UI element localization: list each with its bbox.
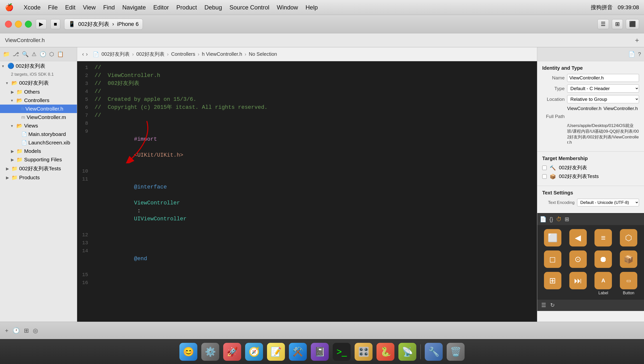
minimize-button[interactable] <box>15 21 22 28</box>
code-line: 12 <box>77 231 537 239</box>
breakpoint-icon[interactable]: ⬡ <box>49 51 54 58</box>
add-file-button[interactable]: + <box>5 327 8 334</box>
clock-icon-tab[interactable]: ⏱ <box>556 216 562 223</box>
git-icon[interactable]: ⎇ <box>13 51 19 58</box>
menu-xcode[interactable]: Xcode <box>24 4 40 11</box>
dock-icon-onenote[interactable]: 📓 <box>311 343 329 361</box>
search-icon[interactable]: 🔍 <box>22 51 28 58</box>
menu-debug[interactable]: Debug <box>204 4 222 11</box>
dock-icon-system-preferences[interactable]: ⚙️ <box>201 343 219 361</box>
obj-item-10[interactable]: ⏭ <box>566 272 590 295</box>
dock-icon-instruments[interactable]: 🎛️ <box>354 343 372 361</box>
dock-icon-filezilla[interactable]: 📡 <box>398 343 416 361</box>
name-input[interactable] <box>567 74 639 82</box>
code-editor[interactable]: 1 // 2 // ViewController.h 3 // 002好友列表 … <box>77 61 537 322</box>
dock-icon-terminal[interactable]: >_ <box>333 343 350 361</box>
add-tab-button[interactable]: + <box>635 36 639 44</box>
forward-button[interactable]: › <box>86 51 88 58</box>
menu-editor[interactable]: Editor <box>153 4 169 11</box>
sidebar-item-launchscreen[interactable]: 📄 LaunchScreen.xib <box>0 138 77 147</box>
run-button[interactable]: ▶ <box>36 19 46 29</box>
menu-file[interactable]: File <box>48 4 58 11</box>
dock-icon-misc[interactable]: 🔧 <box>425 343 443 361</box>
obj-item-4[interactable]: ⬡ <box>617 229 640 248</box>
breadcrumb-item-5[interactable]: No Selection <box>249 51 277 57</box>
debugger-toggle[interactable]: ⬛ <box>626 19 639 29</box>
menu-product[interactable]: Product <box>176 4 197 11</box>
refresh-icon[interactable]: ↻ <box>550 302 555 308</box>
sidebar-item-viewcontroller-h[interactable]: h ViewController.h <box>0 105 77 113</box>
brace-icon-tab[interactable]: {} <box>550 216 553 223</box>
dock-icon-finder[interactable]: 😊 <box>180 343 197 361</box>
target-checkbox-1[interactable] <box>542 166 547 170</box>
inspector-toggle[interactable]: ⊞ <box>612 19 623 29</box>
encoding-select[interactable]: Default - Unicode (UTF-8) <box>577 199 639 206</box>
list-view-icon[interactable]: ☰ <box>541 302 546 308</box>
sidebar-item-views[interactable]: ▾ 📂 Views <box>0 122 77 130</box>
sidebar-item-tests[interactable]: ▶ 📁 002好友列表Tests <box>0 164 77 173</box>
scheme-selector[interactable]: 📱 002好友列表 › iPhone 6 <box>64 19 143 30</box>
dock-icon-pycharm[interactable]: 🐍 <box>376 343 394 361</box>
clock-icon[interactable]: 🕐 <box>40 51 46 58</box>
dock-icon-xcode[interactable]: ⚒️ <box>289 343 307 361</box>
type-select[interactable]: Default - C Header <box>567 84 639 93</box>
obj-item-2[interactable]: ◀ <box>566 229 590 248</box>
dock-icon-notes[interactable]: 📝 <box>267 343 285 361</box>
file-icon-tab[interactable]: 📄 <box>540 216 546 223</box>
navigator-toggle[interactable]: ☰ <box>598 19 609 29</box>
menu-find[interactable]: Find <box>103 4 115 11</box>
breadcrumb-item-2[interactable]: 002好友列表 <box>136 51 164 58</box>
controllers-label: Controllers <box>24 97 50 103</box>
apple-menu[interactable]: 🍎 <box>5 3 14 12</box>
sidebar-item-others[interactable]: ▶ 📁 Others <box>0 88 77 96</box>
sidebar-item-models[interactable]: ▶ 📁 Models <box>0 147 77 155</box>
dock-icon-safari[interactable]: 🧭 <box>245 343 263 361</box>
report-icon[interactable]: 📋 <box>57 51 64 58</box>
code-line: 15 <box>77 271 537 279</box>
back-button[interactable]: ‹ <box>82 51 84 58</box>
sidebar-item-viewcontroller-m[interactable]: m ViewController.m <box>0 113 77 122</box>
sidebar-item-002group[interactable]: ▾ 📂 002好友列表 <box>0 78 77 88</box>
grid-icon[interactable]: ⊞ <box>24 327 29 334</box>
stop-button[interactable]: ■ <box>50 19 60 29</box>
obj-item-6[interactable]: ⊙ <box>566 250 590 269</box>
obj-item-7[interactable]: ⏺ <box>592 250 615 269</box>
obj-item-5[interactable]: ◻ <box>541 250 564 269</box>
dock-icon-launchpad[interactable]: 🚀 <box>223 343 241 361</box>
obj-item-button[interactable]: ▭ Button <box>617 272 640 295</box>
sidebar-item-supporting[interactable]: ▶ 📁 Supporting Files <box>0 155 77 164</box>
disclosure-icon: ▾ <box>11 124 15 128</box>
menu-help[interactable]: Help <box>306 4 318 11</box>
target-checkbox-2[interactable] <box>542 174 547 179</box>
filter-icon[interactable]: ◎ <box>33 327 38 334</box>
warning-icon[interactable]: ⚠ <box>32 51 36 58</box>
location-select[interactable]: Relative to Group <box>567 95 639 103</box>
sidebar-item-controllers[interactable]: ▾ 📂 Controllers <box>0 96 77 105</box>
menu-edit[interactable]: Edit <box>65 4 76 11</box>
grid-icon-tab[interactable]: ⊞ <box>564 216 569 223</box>
obj-item-3[interactable]: ≡ <box>592 229 615 248</box>
sidebar-item-products[interactable]: ▶ 📁 Products <box>0 173 77 182</box>
obj-item-9[interactable]: ⊞ <box>541 272 564 295</box>
obj-item-1[interactable]: ⬜ <box>541 229 564 248</box>
menu-source-control[interactable]: Source Control <box>230 4 269 11</box>
breadcrumb-item-3[interactable]: Controllers <box>171 51 195 57</box>
sidebar-item-project[interactable]: ▾ 🔵 002好友列表 <box>0 61 77 71</box>
folder-icon[interactable]: 📁 <box>3 51 10 58</box>
obj-item-label[interactable]: A Label <box>592 272 615 295</box>
menu-navigate[interactable]: Navigate <box>122 4 146 11</box>
menu-view[interactable]: View <box>83 4 96 11</box>
history-icon[interactable]: 🕐 <box>12 327 20 334</box>
dock-icon-trash[interactable]: 🗑️ <box>447 343 464 361</box>
close-button[interactable] <box>5 21 12 28</box>
breadcrumb-item-1[interactable]: 002好友列表 <box>102 51 130 58</box>
maximize-button[interactable] <box>25 21 32 28</box>
obj-item-8[interactable]: 📦 <box>617 250 640 269</box>
breadcrumb-item-4[interactable]: h ViewController.h <box>202 51 242 57</box>
help-icon[interactable]: ? <box>638 51 641 58</box>
sidebar: 📁 ⎇ 🔍 ⚠ 🕐 ⬡ 📋 ▾ 🔵 002好友列表 2 targets, iOS… <box>0 47 77 322</box>
file-inspector-icon[interactable]: 📄 <box>628 51 635 58</box>
menu-window[interactable]: Window <box>277 4 298 11</box>
sidebar-item-main-storyboard[interactable]: 📄 Main.storyboard <box>0 130 77 138</box>
location-label: Location <box>542 97 564 102</box>
